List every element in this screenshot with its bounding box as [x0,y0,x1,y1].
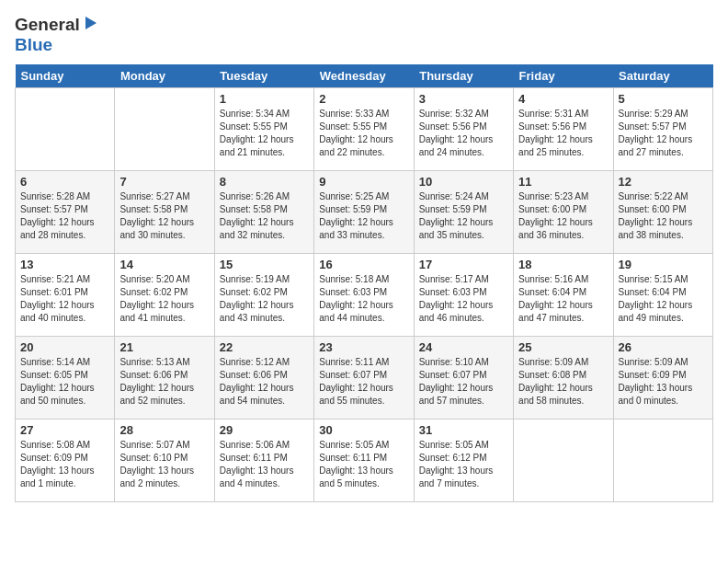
calendar-cell: 24Sunrise: 5:10 AM Sunset: 6:07 PM Dayli… [414,337,513,419]
calendar-cell: 20Sunrise: 5:14 AM Sunset: 6:05 PM Dayli… [16,337,115,419]
day-info: Sunrise: 5:22 AM Sunset: 6:00 PM Dayligh… [619,190,708,242]
calendar-cell [115,88,214,171]
day-number: 9 [319,175,408,189]
weekday-header-wednesday: Wednesday [314,64,414,88]
day-info: Sunrise: 5:05 AM Sunset: 6:12 PM Dayligh… [419,439,508,490]
logo: General Blue [15,15,98,55]
day-number: 6 [20,175,109,189]
calendar-cell: 1Sunrise: 5:34 AM Sunset: 5:55 PM Daylig… [214,88,313,171]
calendar-cell [613,419,712,502]
weekday-header-monday: Monday [115,64,214,88]
day-info: Sunrise: 5:27 AM Sunset: 5:58 PM Dayligh… [119,190,209,242]
weekday-header-saturday: Saturday [613,64,712,88]
calendar-cell: 27Sunrise: 5:08 AM Sunset: 6:09 PM Dayli… [16,419,115,502]
day-info: Sunrise: 5:18 AM Sunset: 6:03 PM Dayligh… [319,273,408,325]
calendar-cell: 4Sunrise: 5:31 AM Sunset: 5:56 PM Daylig… [514,88,613,171]
day-number: 16 [319,258,408,271]
day-info: Sunrise: 5:19 AM Sunset: 6:02 PM Dayligh… [220,273,309,325]
calendar-cell: 30Sunrise: 5:05 AM Sunset: 6:11 PM Dayli… [314,419,414,502]
day-number: 24 [419,340,508,354]
calendar-cell: 8Sunrise: 5:26 AM Sunset: 5:58 PM Daylig… [214,171,313,254]
day-number: 20 [20,340,109,354]
calendar-cell: 6Sunrise: 5:28 AM Sunset: 5:57 PM Daylig… [16,171,115,254]
day-number: 11 [518,175,608,189]
day-number: 15 [220,258,309,271]
calendar-cell: 13Sunrise: 5:21 AM Sunset: 6:01 PM Dayli… [16,254,115,337]
week-row-2: 6Sunrise: 5:28 AM Sunset: 5:57 PM Daylig… [16,171,713,254]
logo-blue-text: Blue [15,35,52,54]
day-number: 2 [319,92,408,106]
day-number: 8 [220,175,309,189]
day-info: Sunrise: 5:09 AM Sunset: 6:08 PM Dayligh… [518,356,608,408]
weekday-header-tuesday: Tuesday [214,64,313,88]
day-info: Sunrise: 5:13 AM Sunset: 6:06 PM Dayligh… [119,356,209,408]
day-number: 30 [319,423,408,437]
day-info: Sunrise: 5:15 AM Sunset: 6:04 PM Dayligh… [619,273,708,325]
day-number: 19 [619,258,708,271]
day-info: Sunrise: 5:32 AM Sunset: 5:56 PM Dayligh… [419,108,508,159]
svg-marker-0 [85,17,97,29]
day-info: Sunrise: 5:31 AM Sunset: 5:56 PM Dayligh… [518,108,608,159]
weekday-header-sunday: Sunday [16,64,115,88]
calendar-cell: 12Sunrise: 5:22 AM Sunset: 6:00 PM Dayli… [613,171,712,254]
day-number: 12 [619,175,708,189]
calendar-cell: 21Sunrise: 5:13 AM Sunset: 6:06 PM Dayli… [115,337,214,419]
calendar-cell: 2Sunrise: 5:33 AM Sunset: 5:55 PM Daylig… [314,88,414,171]
calendar-cell [514,419,613,502]
day-info: Sunrise: 5:11 AM Sunset: 6:07 PM Dayligh… [319,356,408,408]
day-info: Sunrise: 5:29 AM Sunset: 5:57 PM Dayligh… [619,108,708,159]
day-info: Sunrise: 5:25 AM Sunset: 5:59 PM Dayligh… [319,190,408,242]
calendar-cell: 14Sunrise: 5:20 AM Sunset: 6:02 PM Dayli… [115,254,214,337]
day-number: 3 [419,92,508,106]
day-number: 5 [619,92,708,106]
calendar-table: SundayMondayTuesdayWednesdayThursdayFrid… [15,64,713,502]
weekday-header-friday: Friday [514,64,613,88]
calendar-cell: 5Sunrise: 5:29 AM Sunset: 5:57 PM Daylig… [613,88,712,171]
calendar-cell: 11Sunrise: 5:23 AM Sunset: 6:00 PM Dayli… [514,171,613,254]
day-number: 17 [419,258,508,271]
day-number: 7 [119,175,209,189]
day-info: Sunrise: 5:34 AM Sunset: 5:55 PM Dayligh… [220,108,309,159]
page-header: General Blue [15,15,713,55]
day-info: Sunrise: 5:12 AM Sunset: 6:06 PM Dayligh… [220,356,309,408]
calendar-cell [16,88,115,171]
day-number: 23 [319,340,408,354]
week-row-1: 1Sunrise: 5:34 AM Sunset: 5:55 PM Daylig… [16,88,713,171]
day-info: Sunrise: 5:10 AM Sunset: 6:07 PM Dayligh… [419,356,508,408]
day-info: Sunrise: 5:16 AM Sunset: 6:04 PM Dayligh… [518,273,608,325]
weekday-header-thursday: Thursday [414,64,513,88]
logo-general-text: General [15,15,80,35]
day-number: 10 [419,175,508,189]
day-info: Sunrise: 5:24 AM Sunset: 5:59 PM Dayligh… [419,190,508,242]
week-row-3: 13Sunrise: 5:21 AM Sunset: 6:01 PM Dayli… [16,254,713,337]
day-number: 27 [20,423,109,437]
calendar-header-row: SundayMondayTuesdayWednesdayThursdayFrid… [16,64,713,88]
calendar-cell: 31Sunrise: 5:05 AM Sunset: 6:12 PM Dayli… [414,419,513,502]
day-info: Sunrise: 5:05 AM Sunset: 6:11 PM Dayligh… [319,439,408,490]
day-number: 28 [119,423,209,437]
day-info: Sunrise: 5:28 AM Sunset: 5:57 PM Dayligh… [20,190,109,242]
calendar-cell: 10Sunrise: 5:24 AM Sunset: 5:59 PM Dayli… [414,171,513,254]
day-info: Sunrise: 5:09 AM Sunset: 6:09 PM Dayligh… [619,356,708,408]
day-number: 31 [419,423,508,437]
calendar-cell: 16Sunrise: 5:18 AM Sunset: 6:03 PM Dayli… [314,254,414,337]
day-number: 21 [119,340,209,354]
day-info: Sunrise: 5:14 AM Sunset: 6:05 PM Dayligh… [20,356,109,408]
calendar-cell: 26Sunrise: 5:09 AM Sunset: 6:09 PM Dayli… [613,337,712,419]
day-info: Sunrise: 5:21 AM Sunset: 6:01 PM Dayligh… [20,273,109,325]
day-info: Sunrise: 5:17 AM Sunset: 6:03 PM Dayligh… [419,273,508,325]
calendar-cell: 25Sunrise: 5:09 AM Sunset: 6:08 PM Dayli… [514,337,613,419]
day-info: Sunrise: 5:23 AM Sunset: 6:00 PM Dayligh… [518,190,608,242]
day-number: 29 [220,423,309,437]
calendar-cell: 18Sunrise: 5:16 AM Sunset: 6:04 PM Dayli… [514,254,613,337]
calendar-cell: 7Sunrise: 5:27 AM Sunset: 5:58 PM Daylig… [115,171,214,254]
day-number: 22 [220,340,309,354]
calendar-cell: 19Sunrise: 5:15 AM Sunset: 6:04 PM Dayli… [613,254,712,337]
day-info: Sunrise: 5:06 AM Sunset: 6:11 PM Dayligh… [220,439,309,490]
day-number: 25 [518,340,608,354]
day-info: Sunrise: 5:33 AM Sunset: 5:55 PM Dayligh… [319,108,408,159]
day-info: Sunrise: 5:07 AM Sunset: 6:10 PM Dayligh… [119,439,209,490]
calendar-cell: 17Sunrise: 5:17 AM Sunset: 6:03 PM Dayli… [414,254,513,337]
calendar-cell: 29Sunrise: 5:06 AM Sunset: 6:11 PM Dayli… [214,419,313,502]
day-number: 13 [20,258,109,271]
